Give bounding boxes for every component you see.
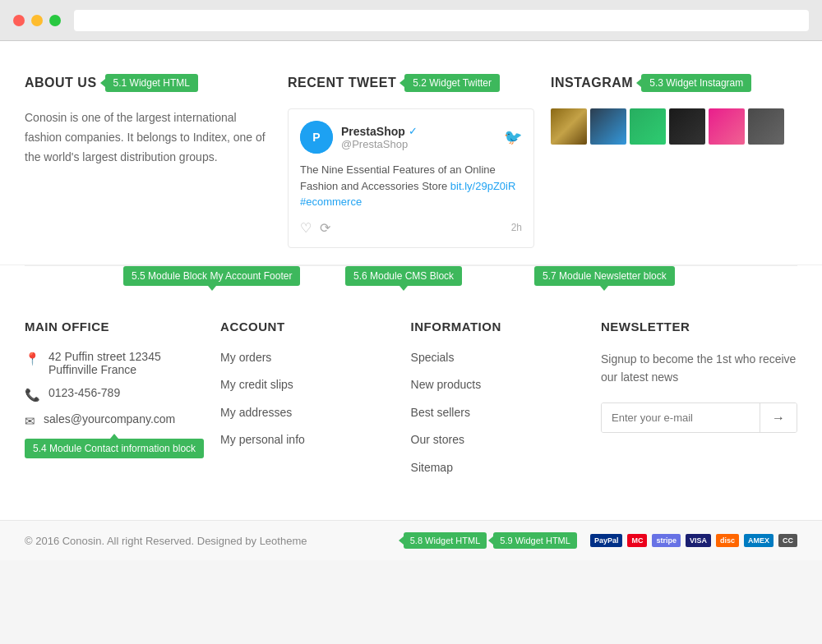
tweet-time: 2h — [511, 222, 522, 233]
instagram-thumb-5[interactable] — [709, 108, 745, 145]
page-content: ABOUT US 5.1 Widget HTML Conosin is one … — [0, 41, 822, 560]
stripe-icon: stripe — [652, 534, 681, 547]
visa-icon: VISA — [686, 534, 711, 547]
cc-icon: CC — [778, 534, 797, 547]
address-text: 42 Puffin street 12345 Puffinville Franc… — [48, 350, 161, 376]
phone-icon: 📞 — [25, 388, 40, 402]
about-us-badge: 5.1 Widget HTML — [105, 74, 198, 92]
account-section: ACCOUNT My orders My credit slips My add… — [220, 320, 394, 488]
copyright-text: © 2016 Conosin. All right Reserved. Desi… — [25, 535, 307, 547]
newsletter-submit-button[interactable]: → — [760, 403, 797, 432]
retweet-icon[interactable]: ⟳ — [320, 220, 330, 236]
paypal-icon: PayPal — [590, 534, 623, 547]
instagram-thumb-4[interactable] — [669, 108, 705, 145]
about-us-title: ABOUT US — [25, 76, 97, 90]
my-personal-info-link[interactable]: My personal info — [220, 432, 394, 448]
module-59-badge: 5.9 Widget HTML — [493, 532, 577, 549]
account-links: My orders My credit slips My addresses M… — [220, 350, 394, 448]
address-bar[interactable] — [74, 10, 809, 31]
instagram-thumb-2[interactable] — [590, 108, 626, 145]
tweet-user-header: P PrestaShop ✓ @PrestaShop 🐦 — [300, 121, 522, 154]
module-55-badge-wrapper: 5.5 Module Block My Account Footer — [123, 266, 300, 286]
instagram-thumb-3[interactable] — [630, 108, 666, 145]
tweet-box: P PrestaShop ✓ @PrestaShop 🐦 — [288, 108, 534, 248]
very-bottom-bar: © 2016 Conosin. All right Reserved. Desi… — [0, 520, 822, 560]
instagram-title: INSTAGRAM — [551, 76, 633, 90]
module-54-badge: 5.4 Module Contact information block — [25, 439, 204, 458]
email-icon: ✉ — [25, 414, 35, 429]
location-icon: 📍 — [25, 352, 40, 366]
recent-tweet-section: RECENT TWEET 5.2 Widget Twitter P — [288, 74, 534, 248]
mastercard-icon: MC — [627, 534, 647, 547]
discover-icon: disc — [716, 534, 739, 547]
about-us-section: ABOUT US 5.1 Widget HTML Conosin is one … — [25, 74, 271, 248]
my-credit-slips-link[interactable]: My credit slips — [220, 377, 394, 393]
traffic-light-red[interactable] — [13, 15, 25, 26]
tweet-user-name: PrestaShop — [341, 125, 405, 138]
module-57-badge: 5.7 Module Newsletter block — [534, 266, 675, 286]
tweet-hashtag[interactable]: #ecommerce — [300, 196, 362, 208]
tweet-user-info: PrestaShop ✓ @PrestaShop — [341, 125, 418, 150]
tweet-user-handle: @PrestaShop — [341, 138, 418, 150]
svg-text:P: P — [312, 131, 320, 144]
tweet-badge: 5.2 Widget Twitter — [404, 74, 500, 92]
contact-phone: 📞 0123-456-789 — [25, 386, 204, 402]
instagram-thumb-6[interactable] — [748, 108, 784, 145]
traffic-light-green[interactable] — [49, 15, 61, 26]
top-footer: ABOUT US 5.1 Widget HTML Conosin is one … — [0, 41, 822, 265]
about-us-header: ABOUT US 5.1 Widget HTML — [25, 74, 271, 92]
account-title: ACCOUNT — [220, 320, 394, 334]
amex-icon: AMEX — [744, 534, 774, 547]
twitter-bird-icon: 🐦 — [504, 128, 522, 146]
tweet-header: RECENT TWEET 5.2 Widget Twitter — [288, 74, 534, 92]
module-56-badge-wrapper: 5.6 Module CMS Block — [345, 266, 462, 286]
sitemap-link[interactable]: Sitemap — [411, 460, 584, 476]
like-icon[interactable]: ♡ — [300, 220, 312, 236]
my-orders-link[interactable]: My orders — [220, 350, 394, 366]
newsletter-email-input[interactable] — [602, 403, 760, 432]
info-links: Specials New products Best sellers Our s… — [411, 350, 584, 476]
instagram-thumb-1[interactable] — [551, 108, 587, 145]
newsletter-section: NEWSLETTER Signup to become the 1st who … — [601, 320, 797, 488]
newsletter-text: Signup to become the 1st who receive our… — [601, 350, 797, 387]
about-us-text: Conosin is one of the largest internatio… — [25, 108, 271, 167]
instagram-grid — [551, 108, 797, 145]
newsletter-form: → — [601, 402, 797, 433]
module-annotation-row: 5.5 Module Block My Account Footer 5.6 M… — [0, 266, 822, 291]
browser-chrome — [0, 0, 822, 41]
tweet-actions: ♡ ⟳ 2h — [300, 220, 522, 236]
contact-email: ✉ sales@yourcompany.com — [25, 412, 204, 429]
bottom-footer: MAIN OFFICE 📍 42 Puffin street 12345 Puf… — [0, 295, 822, 504]
payment-icons: PayPal MC stripe VISA disc AMEX CC — [590, 534, 797, 547]
tweet-link[interactable]: bit.ly/29pZ0iR — [450, 180, 515, 192]
module-55-badge: 5.5 Module Block My Account Footer — [123, 266, 300, 286]
contact-address: 📍 42 Puffin street 12345 Puffinville Fra… — [25, 350, 204, 376]
main-office-title: MAIN OFFICE — [25, 320, 204, 334]
information-section: INFORMATION Specials New products Best s… — [411, 320, 584, 488]
our-stores-link[interactable]: Our stores — [411, 432, 584, 448]
instagram-section: INSTAGRAM 5.3 Widget Instagram — [551, 74, 797, 248]
tweet-body: The Nine Essential Features of an Online… — [300, 162, 522, 210]
tweet-user: P PrestaShop ✓ @PrestaShop — [300, 121, 418, 154]
specials-link[interactable]: Specials — [411, 350, 584, 366]
best-sellers-link[interactable]: Best sellers — [411, 405, 584, 421]
module-57-badge-wrapper: 5.7 Module Newsletter block — [534, 266, 675, 286]
bottom-badges-right: 5.8 Widget HTML 5.9 Widget HTML PayPal M… — [404, 532, 797, 549]
module-56-badge: 5.6 Module CMS Block — [345, 266, 462, 286]
instagram-header: INSTAGRAM 5.3 Widget Instagram — [551, 74, 797, 92]
instagram-badge: 5.3 Widget Instagram — [641, 74, 751, 92]
new-products-link[interactable]: New products — [411, 377, 584, 393]
traffic-light-yellow[interactable] — [31, 15, 43, 26]
newsletter-title: NEWSLETTER — [601, 320, 797, 334]
information-title: INFORMATION — [411, 320, 584, 334]
module-58-badge: 5.8 Widget HTML — [404, 532, 487, 549]
verified-icon: ✓ — [409, 125, 418, 137]
my-addresses-link[interactable]: My addresses — [220, 405, 394, 421]
traffic-lights — [13, 15, 61, 26]
main-office-section: MAIN OFFICE 📍 42 Puffin street 12345 Puf… — [25, 320, 204, 488]
tweet-avatar: P — [300, 121, 333, 154]
tweet-title: RECENT TWEET — [288, 76, 396, 90]
